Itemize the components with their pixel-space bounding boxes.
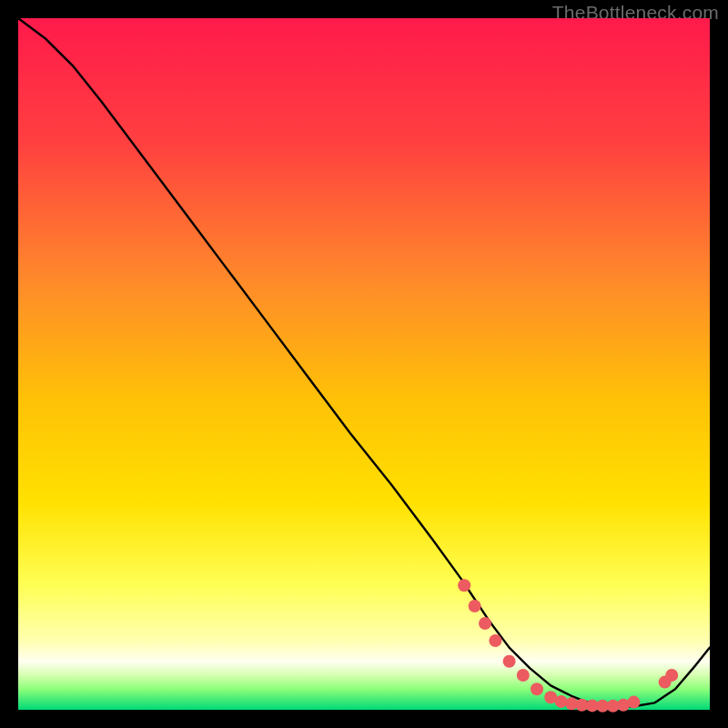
marker-dots (458, 579, 678, 713)
marker-dot (665, 669, 678, 682)
marker-dot (458, 579, 470, 592)
plot-area (18, 18, 710, 710)
curve-layer (18, 18, 710, 710)
bottleneck-curve (18, 18, 710, 706)
marker-dot (531, 682, 543, 695)
marker-dot (469, 600, 481, 612)
marker-dot (517, 669, 530, 682)
marker-dot (489, 634, 501, 647)
chart-stage: TheBottleneck.com (0, 0, 728, 728)
marker-dot (479, 617, 491, 630)
marker-dot (627, 696, 640, 709)
marker-dot (503, 655, 516, 668)
